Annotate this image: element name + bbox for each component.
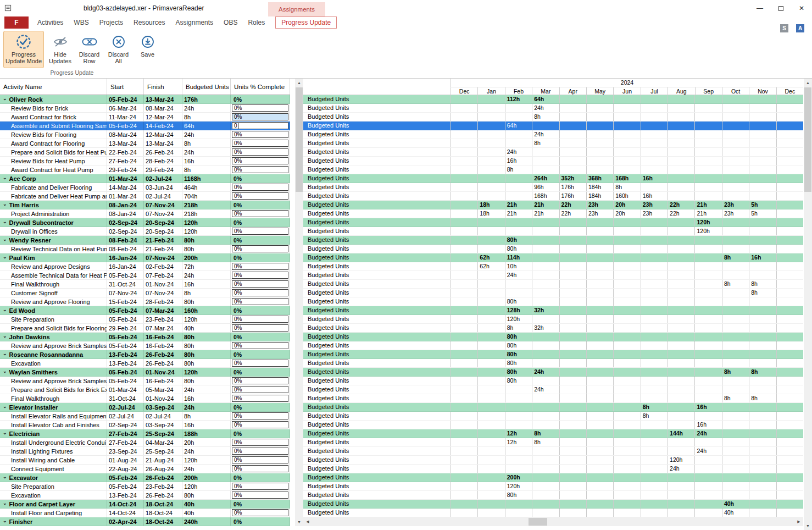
table-row-13[interactable]: ⌄Tim Harris08-Jan-2407-Nov-24218h0% (0, 201, 290, 209)
collapse-chevron-icon[interactable]: ⌄ (3, 474, 7, 479)
table-row-35[interactable]: Final Walkthrough31-Oct-2401-Nov-2416h0% (0, 394, 290, 403)
timeline-row-33[interactable]: Budgeted Units80h (303, 377, 803, 385)
table-row-30[interactable]: ⌄Roseanne Rosannadanna13-Feb-2426-Feb-24… (0, 350, 290, 359)
timeline-row-7[interactable]: Budgeted Units24h (303, 148, 803, 157)
table-row-27[interactable]: Prepare and Solicit Bids for Flooring29-… (0, 324, 290, 333)
collapse-chevron-icon[interactable]: ⌄ (3, 333, 7, 339)
timeline-row-2[interactable]: Budgeted Units24h (303, 104, 803, 113)
units-pct-input[interactable]: 0% (232, 298, 288, 305)
collapse-chevron-icon[interactable]: ⌄ (3, 500, 7, 506)
units-pct-input[interactable]: 0% (232, 148, 288, 156)
timeline-row-19[interactable]: Budgeted Units62h114h8h16h (303, 253, 803, 262)
collapse-chevron-icon[interactable]: ⌄ (3, 430, 7, 435)
table-vertical-scrollbar[interactable]: ▲ ▼ (295, 79, 303, 526)
table-row-42[interactable]: Install Wiring and Cable01-Aug-2421-Aug-… (0, 456, 290, 465)
timeline-row-16[interactable]: Budgeted Units120h (303, 227, 803, 236)
close-button[interactable]: ✕ (791, 0, 812, 16)
timeline-row-12[interactable]: Budgeted Units168h176h184h160h16h (303, 192, 803, 201)
save-button[interactable]: Save (135, 31, 160, 58)
table-row-19[interactable]: ⌄Paul Kim16-Jan-2407-Nov-24200h0% (0, 253, 290, 262)
units-pct-input[interactable]: 0% (232, 509, 288, 516)
units-pct-input[interactable]: 0% (232, 395, 288, 402)
timeline-row-20[interactable]: Budgeted Units62h10h (303, 262, 803, 271)
units-pct-input[interactable]: 0% (232, 342, 288, 349)
timeline-row-47[interactable]: Budgeted Units40h (303, 500, 803, 509)
timeline-horizontal-scrollbar[interactable]: ◀ ▶ (303, 517, 803, 526)
timeline-row-44[interactable]: Budgeted Units200h (303, 473, 803, 482)
scroll-up-icon[interactable]: ▲ (804, 79, 812, 87)
timeline-row-36[interactable]: Budgeted Units8h16h (303, 403, 803, 412)
units-pct-input[interactable]: 0% (232, 483, 288, 490)
table-row-29[interactable]: Review and Approve Brick Samples05-Feb-2… (0, 341, 290, 350)
table-row-24[interactable]: Review and Approve Flooring15-Feb-2428-F… (0, 297, 290, 306)
collapse-chevron-icon[interactable]: ⌄ (3, 219, 7, 224)
ribbon-tab-activities[interactable]: Activities (37, 19, 63, 26)
scroll-down-icon[interactable]: ▼ (804, 522, 812, 530)
collapse-chevron-icon[interactable]: ⌄ (3, 236, 7, 242)
table-row-28[interactable]: ⌄John Dawkins05-Feb-2416-Feb-2480h0% (0, 333, 290, 341)
timeline-scrollbar-thumb[interactable] (529, 518, 547, 526)
timeline-row-6[interactable]: Budgeted Units8h (303, 139, 803, 148)
units-pct-input[interactable]: 0% (232, 210, 288, 217)
units-pct-input[interactable]: 0% (232, 113, 288, 120)
scroll-right-icon[interactable]: ▶ (794, 517, 803, 526)
timeline-row-5[interactable]: Budgeted Units24h (303, 130, 803, 139)
table-row-25[interactable]: ⌄Ed Wood05-Feb-2407-Mar-24160h0% (0, 306, 290, 315)
units-pct-input[interactable]: 0% (232, 421, 288, 428)
table-row-44[interactable]: ⌄Excavator05-Feb-2426-Feb-24200h0% (0, 473, 290, 482)
timeline-row-40[interactable]: Budgeted Units12h8h (303, 438, 803, 447)
table-scrollbar-thumb[interactable] (296, 87, 303, 192)
timeline-row-1[interactable]: Budgeted Units112h64h (303, 95, 803, 104)
column-header-activity-name[interactable]: Activity Name (0, 79, 107, 95)
collapse-chevron-icon[interactable]: ⌄ (3, 254, 7, 260)
units-pct-input[interactable]: 0% (232, 104, 288, 112)
timeline-row-11[interactable]: Budgeted Units96h176h184h8h (303, 183, 803, 192)
timeline-row-30[interactable]: Budgeted Units80h (303, 350, 803, 359)
timeline-row-3[interactable]: Budgeted Units8h (303, 113, 803, 122)
table-row-5[interactable]: Review Bids for Flooring08-Mar-2412-Mar-… (0, 130, 290, 139)
table-row-21[interactable]: Assemble Technical Data for Heat P05-Feb… (0, 271, 290, 280)
discard-all-button[interactable]: Discard All (105, 31, 131, 64)
table-row-10[interactable]: ⌄Ace Corp01-Mar-2402-Jul-241168h0% (0, 174, 290, 183)
units-pct-input[interactable]: 0% (232, 448, 288, 455)
timeline-row-29[interactable]: Budgeted Units80h (303, 341, 803, 350)
timeline-row-18[interactable]: Budgeted Units80h (303, 245, 803, 253)
context-tab-assignments[interactable]: Assignments (268, 2, 325, 16)
table-row-34[interactable]: Prepare and Solicit Bids for Brick Ext01… (0, 385, 290, 394)
table-row-26[interactable]: Site Preparation05-Feb-2423-Feb-24120h0% (0, 315, 290, 324)
timeline-vertical-scrollbar[interactable]: ▲ ▼ (804, 79, 812, 530)
timeline-scrollbar-vthumb[interactable] (804, 87, 811, 192)
ribbon-tab-assignments[interactable]: Assignments (175, 19, 213, 26)
column-header-budgeted-units[interactable]: Budgeted Units (182, 79, 231, 95)
maximize-button[interactable] (770, 0, 791, 16)
timeline-row-4[interactable]: Budgeted Units64h (303, 122, 803, 130)
timeline-row-46[interactable]: Budgeted Units80h (303, 491, 803, 500)
scroll-up-icon[interactable]: ▲ (295, 79, 303, 87)
timeline-row-17[interactable]: Budgeted Units80h (303, 236, 803, 245)
timeline-row-9[interactable]: Budgeted Units8h (303, 165, 803, 174)
units-pct-input[interactable]: 0% (232, 492, 288, 499)
timeline-row-26[interactable]: Budgeted Units120h (303, 315, 803, 324)
table-row-23[interactable]: Customer Signoff07-Nov-2407-Nov-248h0% (0, 289, 290, 297)
units-pct-input[interactable]: 0% (232, 272, 288, 279)
timeline-row-10[interactable]: Budgeted Units264h352h368h168h16h (303, 174, 803, 183)
scroll-down-icon[interactable]: ▼ (295, 518, 303, 526)
table-row-1[interactable]: ⌄Oliver Rock05-Feb-2413-Mar-24176h0% (0, 95, 290, 104)
badge-a[interactable]: A (796, 24, 804, 32)
table-row-3[interactable]: Award Contract for Brick11-Mar-2412-Mar-… (0, 113, 290, 122)
table-row-18[interactable]: Review Technical Data on Heat Pum08-Feb-… (0, 245, 290, 253)
timeline-row-28[interactable]: Budgeted Units80h (303, 333, 803, 341)
badge-s[interactable]: S (780, 24, 788, 32)
units-pct-input[interactable]: 0% (232, 245, 288, 252)
timeline-row-37[interactable]: Budgeted Units8h (303, 412, 803, 421)
units-pct-input[interactable]: 0% (232, 184, 288, 191)
table-row-7[interactable]: Prepare and Solicit Bids for Heat Pu22-F… (0, 148, 290, 157)
collapse-chevron-icon[interactable]: ⌄ (3, 351, 7, 356)
table-row-47[interactable]: ⌄Floor and Carpet Layer14-Oct-2418-Oct-2… (0, 500, 290, 509)
collapse-chevron-icon[interactable]: ⌄ (3, 175, 7, 180)
table-row-32[interactable]: ⌄Waylan Smithers05-Feb-2401-Nov-24120h0% (0, 368, 290, 377)
table-row-6[interactable]: Award Contract for Flooring13-Mar-2413-M… (0, 139, 290, 148)
minimize-button[interactable]: — (749, 0, 770, 16)
timeline-row-13[interactable]: Budgeted Units18h21h21h22h23h20h23h22h21… (303, 201, 803, 209)
table-row-22[interactable]: Final Walkthrough31-Oct-2401-Nov-2416h0% (0, 280, 290, 289)
